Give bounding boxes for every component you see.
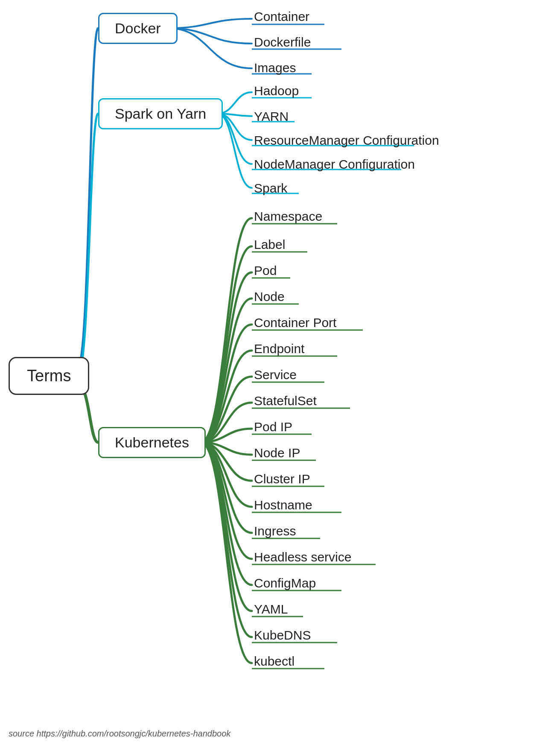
leaf-service: Service bbox=[254, 368, 297, 382]
leaf-dockerfile: Dockerfile bbox=[254, 35, 311, 50]
leaf-hostname: Hostname bbox=[254, 498, 312, 512]
leaf-namespace: Namespace bbox=[254, 209, 322, 224]
leaf-configmap: ConfigMap bbox=[254, 576, 316, 590]
leaf-hadoop: Hadoop bbox=[254, 84, 299, 98]
leaf-pod: Pod bbox=[254, 263, 277, 278]
spark-label: Spark on Yarn bbox=[115, 105, 206, 122]
leaf-statefulset: StatefulSet bbox=[254, 394, 317, 408]
leaf-yarn: YARN bbox=[254, 109, 289, 124]
terms-node: Terms bbox=[9, 357, 89, 395]
leaf-spark: Spark bbox=[254, 181, 287, 196]
source-text: source https://github.com/rootsongjc/kub… bbox=[9, 729, 230, 739]
leaf-images: Images bbox=[254, 61, 296, 75]
leaf-ingress: Ingress bbox=[254, 524, 296, 538]
kubernetes-node: Kubernetes bbox=[98, 427, 206, 458]
docker-label: Docker bbox=[115, 20, 161, 36]
terms-label: Terms bbox=[27, 367, 71, 385]
leaf-label: Label bbox=[254, 237, 285, 252]
leaf-endpoint: Endpoint bbox=[254, 342, 304, 356]
leaf-node: Node bbox=[254, 289, 285, 304]
docker-node: Docker bbox=[98, 13, 178, 44]
mind-map: Terms Docker Spark on Yarn Kubernetes Co… bbox=[0, 0, 560, 754]
leaf-kubedns: KubeDNS bbox=[254, 628, 311, 643]
leaf-nodemanager: NodeManager Configuration bbox=[254, 157, 415, 172]
kubernetes-label: Kubernetes bbox=[115, 434, 189, 450]
leaf-container-port: Container Port bbox=[254, 316, 336, 330]
leaf-yaml: YAML bbox=[254, 602, 288, 617]
leaf-node-ip: Node IP bbox=[254, 446, 300, 460]
leaf-resourcemanager: ResourceManager Configuration bbox=[254, 133, 439, 148]
leaf-cluster-ip: Cluster IP bbox=[254, 472, 310, 486]
leaf-headless-service: Headless service bbox=[254, 550, 351, 564]
leaf-kubectl: kubectl bbox=[254, 654, 295, 669]
leaf-container: Container bbox=[254, 9, 309, 24]
spark-node: Spark on Yarn bbox=[98, 98, 223, 129]
leaf-pod-ip: Pod IP bbox=[254, 420, 292, 434]
